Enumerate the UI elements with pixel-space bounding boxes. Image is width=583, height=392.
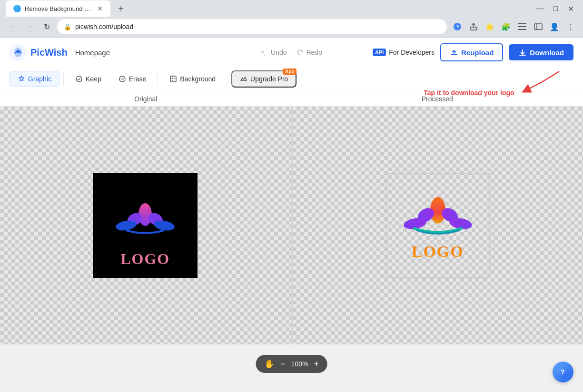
back-button[interactable]: ← bbox=[6, 20, 19, 33]
processed-panel[interactable]: LOGO bbox=[293, 107, 583, 344]
header-center-actions: Undo Redo bbox=[261, 49, 322, 56]
background-tool-label: Background bbox=[180, 75, 216, 83]
reupload-button[interactable]: Reupload bbox=[440, 43, 503, 61]
svg-rect-2 bbox=[518, 23, 526, 24]
sidebar-icon[interactable] bbox=[532, 20, 545, 33]
new-tab-button[interactable]: + bbox=[114, 2, 128, 15]
erase-tool-button[interactable]: Erase bbox=[111, 71, 154, 87]
svg-point-8 bbox=[17, 50, 20, 53]
api-badge: API bbox=[373, 49, 386, 56]
share-icon[interactable] bbox=[467, 20, 480, 33]
undo-button[interactable]: Undo bbox=[261, 49, 287, 56]
original-checkerboard: LOGO bbox=[0, 107, 291, 344]
image-labels-row: Original Processed bbox=[0, 91, 583, 107]
tab-close-btn[interactable]: ✕ bbox=[97, 5, 103, 12]
upgrade-pro-button[interactable]: Upgrade Pro App bbox=[231, 70, 296, 88]
svg-rect-3 bbox=[518, 26, 526, 27]
svg-rect-5 bbox=[534, 24, 542, 29]
background-tool-button[interactable]: Background bbox=[162, 71, 223, 87]
logo-text: PicWish bbox=[30, 47, 68, 58]
processed-checkerboard: LOGO bbox=[293, 107, 583, 344]
close-button[interactable]: ✕ bbox=[564, 2, 577, 15]
extensions-icon[interactable]: 🧩 bbox=[499, 20, 513, 33]
more-options-icon[interactable]: ⋮ bbox=[564, 20, 577, 33]
lock-icon: 🔒 bbox=[64, 23, 71, 30]
original-lotus-svg bbox=[112, 184, 178, 250]
toolbar: Graphic Keep Erase Background Upgrade Pr… bbox=[0, 67, 583, 91]
original-image: LOGO bbox=[93, 173, 198, 278]
toolbar-separator-2 bbox=[158, 72, 158, 86]
tab-favicon bbox=[13, 5, 21, 12]
download-label: Download bbox=[530, 49, 564, 57]
refresh-button[interactable]: ↻ bbox=[40, 20, 53, 33]
svg-rect-11 bbox=[170, 76, 176, 82]
processed-lotus-svg bbox=[400, 190, 476, 243]
processed-label: Processed bbox=[292, 95, 583, 103]
homepage-link[interactable]: Homepage bbox=[75, 49, 110, 57]
address-bar[interactable]: 🔒 picwish.com/upload bbox=[57, 19, 447, 34]
undo-label: Undo bbox=[271, 49, 287, 56]
tab-title: Remove Background Online 100 bbox=[25, 5, 93, 12]
toolbar-separator-3 bbox=[227, 72, 227, 86]
original-label: Original bbox=[0, 95, 292, 103]
bookmark-icon[interactable]: ⭐ bbox=[483, 20, 496, 33]
graphic-tool-label: Graphic bbox=[28, 75, 51, 83]
minimize-button[interactable]: — bbox=[534, 2, 547, 15]
app-header: PicWish Homepage Undo Redo API For Devel… bbox=[0, 38, 583, 67]
processed-logo-text: LOGO bbox=[412, 243, 464, 261]
keep-tool-button[interactable]: Keep bbox=[68, 71, 109, 87]
erase-tool-label: Erase bbox=[129, 75, 147, 83]
canvas-area: LOGO bbox=[0, 107, 583, 344]
redo-button[interactable]: Redo bbox=[296, 49, 322, 56]
for-developers-label: For Developers bbox=[389, 49, 435, 56]
maximize-button[interactable]: □ bbox=[549, 2, 562, 15]
svg-rect-4 bbox=[518, 29, 526, 30]
picwish-logo-icon bbox=[10, 44, 27, 61]
original-panel[interactable]: LOGO bbox=[0, 107, 291, 344]
graphic-tool-button[interactable]: Graphic bbox=[10, 71, 59, 87]
browser-menu-icon[interactable] bbox=[515, 20, 529, 33]
profile-icon[interactable]: 👤 bbox=[548, 20, 561, 33]
redo-label: Redo bbox=[306, 49, 322, 56]
reupload-label: Reupload bbox=[461, 49, 494, 57]
forward-button[interactable]: → bbox=[23, 20, 36, 33]
app-badge: App bbox=[283, 69, 296, 75]
original-logo-text: LOGO bbox=[120, 250, 170, 268]
processed-image: LOGO bbox=[385, 173, 490, 278]
toolbar-separator-1 bbox=[63, 72, 64, 86]
keep-tool-label: Keep bbox=[86, 75, 101, 83]
upgrade-pro-label: Upgrade Pro bbox=[250, 75, 288, 83]
url-text: picwish.com/upload bbox=[75, 23, 440, 30]
google-icon[interactable] bbox=[451, 20, 464, 33]
browser-tab[interactable]: Remove Background Online 100 ✕ bbox=[6, 0, 110, 17]
download-button[interactable]: Download bbox=[509, 44, 573, 60]
header-right: API For Developers Reupload Download bbox=[373, 43, 573, 61]
logo-area[interactable]: PicWish bbox=[10, 44, 68, 61]
for-developers-button[interactable]: API For Developers bbox=[373, 49, 435, 56]
